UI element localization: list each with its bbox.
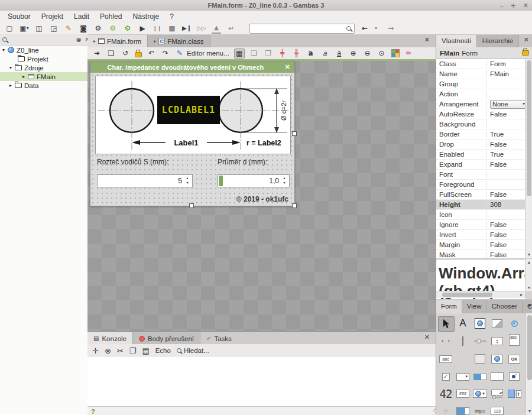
diameter-spinbox[interactable]: 1,0 ▴▾	[218, 174, 290, 187]
property-row-margin[interactable]: MarginFalse	[436, 240, 525, 250]
tab-fmain-class[interactable]: ▸ C FMain.class	[148, 35, 210, 47]
console-output[interactable]	[87, 357, 436, 407]
filter-clear-icon[interactable]: ⊗	[76, 37, 81, 43]
tab-chooser[interactable]: Chooser	[487, 300, 523, 313]
send-to-back-icon[interactable]: ❏	[249, 49, 259, 58]
screenshot-icon[interactable]: ◙	[79, 24, 88, 33]
tool-gambas-combo[interactable]: ▾	[472, 387, 488, 401]
property-row-drop[interactable]: DropFalse	[436, 140, 525, 150]
property-value[interactable]: False	[487, 251, 525, 258]
property-row-expand[interactable]: ExpandFalse	[436, 160, 525, 170]
tool-spin-slider[interactable]: ▴▾	[489, 387, 505, 401]
letter-a-underline-icon[interactable]: a	[335, 49, 344, 58]
echo-button[interactable]: Echo	[155, 347, 171, 354]
spin-down-icon[interactable]: ▾	[283, 180, 285, 185]
tool-combobox[interactable]: ▾	[455, 369, 471, 384]
tool-gambas-button[interactable]	[489, 352, 505, 366]
menu-pohled[interactable]: Pohled	[95, 11, 127, 22]
center-horizontal-icon[interactable]: ╪	[278, 49, 287, 58]
property-row-arrangement[interactable]: ArrangementNone▾	[436, 99, 525, 109]
tool-list-box[interactable]: …	[489, 369, 505, 384]
redo-icon[interactable]: ↷	[161, 49, 170, 58]
property-value[interactable]: False	[487, 141, 525, 148]
tool-progress-bar[interactable]	[472, 369, 488, 384]
scrollbar-thumb[interactable]	[527, 60, 531, 196]
tree-item-zdroje[interactable]: ▾ Zdroje	[0, 63, 87, 72]
tab-form[interactable]: Form	[436, 300, 462, 313]
center-vertical-icon[interactable]: ╫	[292, 49, 301, 58]
property-row-border[interactable]: BorderTrue	[436, 129, 525, 140]
form-close-icon[interactable]: ✕	[281, 63, 294, 71]
tree-open-icon[interactable]: ▾	[2, 47, 8, 53]
diameter-value[interactable]: 1,0	[218, 175, 279, 187]
property-row-invert[interactable]: InvertFalse	[436, 230, 525, 240]
bring-to-front-icon[interactable]: ❐	[264, 49, 273, 58]
editor-menu-icon[interactable]: ✎	[175, 49, 184, 58]
property-row-enabled[interactable]: EnabledTrue	[436, 150, 525, 160]
toolbox-scrollbar[interactable]: ▾	[525, 313, 532, 415]
menu-nastroje[interactable]: Nástroje	[127, 11, 164, 22]
spacing-value[interactable]: 5	[98, 175, 182, 187]
scroll-right-icon[interactable]: ▸	[519, 292, 524, 297]
property-value[interactable]: False	[487, 221, 525, 228]
tool-lcd-number[interactable]: 42	[438, 387, 453, 401]
form-titlebar[interactable]: Char. impedance dvoudrátového vedení v O…	[90, 61, 294, 73]
undo-icon[interactable]: ↶	[147, 49, 156, 58]
resize-handle-corner[interactable]	[292, 203, 297, 208]
save-project-icon[interactable]: ◫	[34, 24, 44, 33]
colors-icon[interactable]	[391, 49, 400, 57]
property-value[interactable]: True	[487, 131, 525, 138]
properties-close-icon[interactable]: ✕	[524, 37, 529, 43]
keep-on-top-icon[interactable]: ✛	[92, 347, 99, 355]
tool-separator[interactable]	[455, 334, 471, 348]
history-icon[interactable]: ↺	[121, 49, 130, 58]
help-hscrollbar[interactable]: ▸	[436, 291, 525, 298]
copy-icon[interactable]: ❐	[129, 347, 137, 355]
property-value[interactable]: Form	[487, 60, 525, 67]
pause-icon[interactable]: ❙❙	[153, 24, 162, 33]
grid-toggle-icon[interactable]: ▦	[234, 48, 245, 59]
step-icon[interactable]: ▶❙	[182, 24, 192, 33]
property-row-group[interactable]: Group	[436, 79, 525, 89]
compile-icon[interactable]: ⚙	[108, 24, 118, 33]
stop-icon[interactable]: ■	[167, 24, 177, 33]
property-value[interactable]: False	[487, 191, 525, 198]
spin-up-icon[interactable]: ▴	[186, 176, 188, 180]
property-row-background[interactable]: Background	[436, 119, 525, 129]
global-search-box[interactable]	[249, 24, 355, 34]
tool-slider[interactable]	[472, 334, 488, 348]
scrollbar-thumb[interactable]	[527, 315, 532, 380]
lock-icon[interactable]	[135, 52, 142, 57]
property-row-fullscreen[interactable]: FullScreenFalse	[436, 190, 525, 200]
global-search-input[interactable]	[250, 25, 346, 32]
menu-help[interactable]: ?	[164, 11, 179, 22]
duplicate-icon[interactable]: ❏	[106, 49, 116, 58]
run-icon[interactable]: ▶	[138, 24, 147, 33]
tab-vlastnosti[interactable]: Vlastnosti	[436, 35, 477, 47]
scroll-down-icon[interactable]: ▾	[526, 408, 532, 414]
menu-soubor[interactable]: Soubor	[2, 11, 36, 22]
tab-view[interactable]: View	[462, 300, 487, 313]
scroll-up-icon[interactable]: ▴	[525, 260, 532, 265]
open-project-icon[interactable]: ▣▾	[20, 24, 29, 33]
select-tool-icon[interactable]: ➜	[92, 49, 102, 58]
draw-pencil-icon[interactable]: ✏	[404, 49, 414, 58]
tab-tasks[interactable]: ✔ Tasks	[200, 332, 238, 345]
tool-scrollbar[interactable]: ‹ ›	[438, 334, 453, 348]
tool-panel[interactable]	[472, 352, 488, 366]
maximize-icon[interactable]: +	[511, 2, 516, 9]
designed-form-window[interactable]: Char. impedance dvoudrátového vedení v O…	[90, 61, 295, 206]
property-value[interactable]: FMain	[487, 70, 525, 77]
tab-fmain-form[interactable]: ▸ FMain.form	[87, 35, 148, 47]
tab-hierarchie[interactable]: Hierarchie	[477, 35, 519, 47]
menu-ladit[interactable]: Ladit	[69, 11, 95, 22]
property-row-ignore[interactable]: IgnoreFalse	[436, 220, 525, 230]
titlebar[interactable]: FMain.form - Z0_line 0.0.3 - Gambas 3 – …	[0, 0, 532, 11]
tool-spinner[interactable]: ✳	[438, 404, 453, 415]
tool-color-button[interactable]: °	[507, 369, 522, 384]
tool-textarea[interactable]: abc	[507, 333, 522, 347]
help-vscrollbar[interactable]: ▴ ▾	[525, 259, 532, 291]
property-row-action[interactable]: Action	[436, 89, 525, 99]
properties-scrollbar[interactable]: ▾	[525, 59, 532, 258]
tool-pointer[interactable]	[438, 316, 455, 332]
